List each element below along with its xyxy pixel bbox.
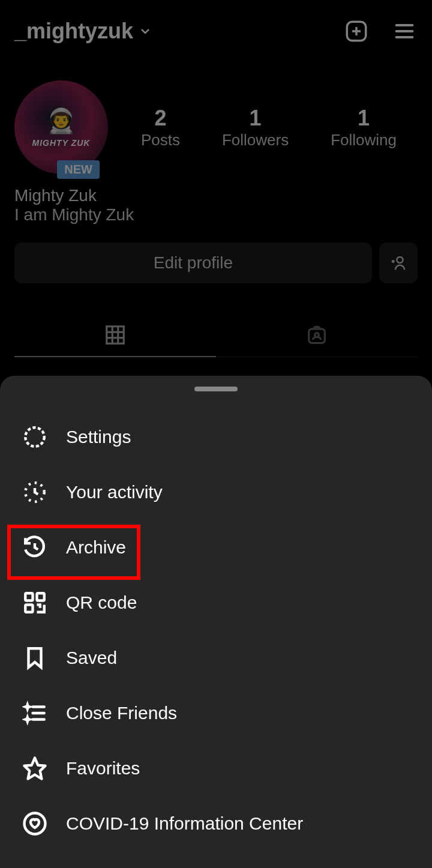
menu-label: Settings bbox=[66, 427, 131, 447]
menu-item-close-friends[interactable]: Close Friends bbox=[0, 686, 432, 741]
menu-item-settings[interactable]: Settings bbox=[0, 409, 432, 465]
chevron-down-icon bbox=[138, 24, 152, 38]
hamburger-icon bbox=[392, 19, 416, 43]
svg-rect-14 bbox=[309, 329, 325, 343]
profile-top-row: 👨‍🚀 MIGHTY ZUK NEW 2 Posts 1 Followers 1… bbox=[14, 80, 418, 174]
edit-profile-button[interactable]: Edit profile bbox=[14, 243, 372, 283]
bookmark-icon bbox=[22, 645, 48, 671]
menu-item-covid[interactable]: COVID-19 Information Center bbox=[0, 796, 432, 851]
new-badge: NEW bbox=[57, 160, 100, 179]
grid-tab[interactable] bbox=[14, 313, 216, 357]
svg-rect-19 bbox=[37, 593, 44, 600]
menu-label: Favorites bbox=[66, 758, 140, 779]
menu-item-saved[interactable]: Saved bbox=[0, 630, 432, 686]
bio-text: I am Mighty Zuk bbox=[14, 205, 418, 225]
drag-handle[interactable] bbox=[194, 387, 238, 391]
profile-header: _mightyzuk bbox=[0, 0, 432, 56]
menu-label: Your activity bbox=[66, 482, 163, 502]
action-row: Edit profile bbox=[14, 243, 418, 283]
discover-people-button[interactable] bbox=[379, 243, 418, 283]
bio-section: Mighty Zuk I am Mighty Zuk bbox=[14, 186, 418, 225]
posts-count: 2 bbox=[141, 106, 180, 131]
profile-stats: 2 Posts 1 Followers 1 Following bbox=[120, 106, 418, 149]
display-name: Mighty Zuk bbox=[14, 186, 418, 205]
posts-label: Posts bbox=[141, 131, 180, 149]
menu-item-qrcode[interactable]: QR code bbox=[0, 575, 432, 630]
avatar-graphic: 👨‍🚀 bbox=[46, 107, 76, 135]
menu-item-activity[interactable]: Your activity bbox=[0, 465, 432, 520]
svg-rect-18 bbox=[25, 593, 32, 600]
followers-stat[interactable]: 1 Followers bbox=[222, 106, 289, 149]
posts-stat[interactable]: 2 Posts bbox=[141, 106, 180, 149]
menu-label: Saved bbox=[66, 648, 117, 668]
grid-icon bbox=[104, 324, 127, 346]
activity-icon bbox=[22, 479, 48, 505]
add-person-icon bbox=[389, 254, 407, 272]
list-star-icon bbox=[22, 700, 48, 726]
menu-label: Close Friends bbox=[66, 703, 177, 723]
archive-icon bbox=[22, 534, 48, 561]
tagged-tab[interactable] bbox=[216, 313, 418, 357]
star-icon bbox=[22, 755, 48, 782]
svg-point-25 bbox=[25, 813, 46, 834]
avatar-container[interactable]: 👨‍🚀 MIGHTY ZUK NEW bbox=[14, 80, 108, 174]
followers-label: Followers bbox=[222, 131, 289, 149]
svg-point-16 bbox=[25, 427, 44, 447]
svg-rect-9 bbox=[107, 327, 124, 344]
svg-marker-24 bbox=[25, 758, 46, 779]
username-dropdown[interactable]: _mightyzuk bbox=[14, 19, 152, 44]
svg-rect-20 bbox=[25, 605, 32, 612]
menu-label: COVID-19 Information Center bbox=[66, 813, 303, 834]
menu-label: QR code bbox=[66, 592, 137, 613]
following-stat[interactable]: 1 Following bbox=[331, 106, 397, 149]
svg-point-6 bbox=[397, 257, 403, 263]
following-count: 1 bbox=[331, 106, 397, 131]
header-actions bbox=[343, 18, 418, 44]
followers-count: 1 bbox=[222, 106, 289, 131]
menu-item-archive[interactable]: Archive bbox=[0, 520, 432, 575]
following-label: Following bbox=[331, 131, 397, 149]
username-text: _mightyzuk bbox=[14, 19, 133, 44]
heart-circle-icon bbox=[22, 810, 48, 837]
settings-icon bbox=[22, 424, 48, 450]
create-button[interactable] bbox=[343, 18, 370, 44]
qrcode-icon bbox=[22, 589, 48, 616]
tagged-icon bbox=[305, 323, 329, 347]
plus-square-icon bbox=[344, 19, 369, 44]
menu-item-favorites[interactable]: Favorites bbox=[0, 741, 432, 796]
menu-button[interactable] bbox=[391, 18, 418, 44]
menu-label: Archive bbox=[66, 537, 126, 558]
profile-tabs bbox=[14, 313, 418, 357]
options-bottom-sheet: Settings Your activity Archive bbox=[0, 376, 432, 868]
profile-info: 👨‍🚀 MIGHTY ZUK NEW 2 Posts 1 Followers 1… bbox=[0, 56, 432, 357]
avatar-caption: MIGHTY ZUK bbox=[32, 138, 91, 148]
